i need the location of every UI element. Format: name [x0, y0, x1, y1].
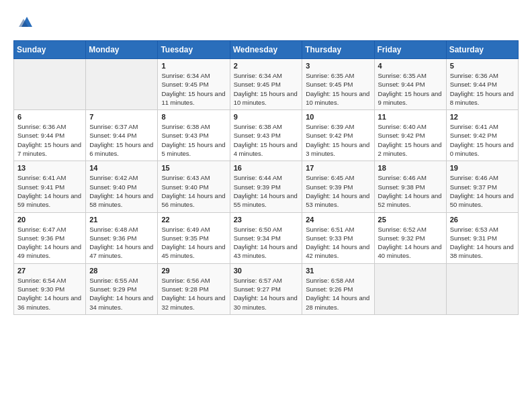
day-number: 7 [89, 113, 154, 121]
day-detail: Sunrise: 6:41 AM Sunset: 9:41 PM Dayligh… [17, 173, 82, 209]
calendar-cell: 19Sunrise: 6:46 AM Sunset: 9:37 PM Dayli… [446, 161, 518, 212]
calendar-cell: 22Sunrise: 6:49 AM Sunset: 9:35 PM Dayli… [158, 212, 230, 263]
calendar-cell: 29Sunrise: 6:56 AM Sunset: 9:28 PM Dayli… [158, 263, 230, 314]
weekday-header: Friday [374, 41, 446, 59]
calendar-cell: 8Sunrise: 6:38 AM Sunset: 9:43 PM Daylig… [158, 110, 230, 161]
calendar-cell: 5Sunrise: 6:36 AM Sunset: 9:44 PM Daylig… [446, 59, 518, 110]
day-detail: Sunrise: 6:36 AM Sunset: 9:44 PM Dayligh… [17, 122, 82, 158]
calendar-cell: 9Sunrise: 6:38 AM Sunset: 9:43 PM Daylig… [230, 110, 302, 161]
calendar-cell: 21Sunrise: 6:48 AM Sunset: 9:36 PM Dayli… [86, 212, 158, 263]
day-number: 20 [17, 216, 82, 224]
calendar-week-row: 1Sunrise: 6:34 AM Sunset: 9:45 PM Daylig… [14, 59, 519, 110]
day-detail: Sunrise: 6:44 AM Sunset: 9:39 PM Dayligh… [234, 173, 299, 209]
day-number: 17 [306, 164, 370, 172]
calendar-cell: 15Sunrise: 6:43 AM Sunset: 9:40 PM Dayli… [158, 161, 230, 212]
day-number: 9 [234, 113, 299, 121]
day-detail: Sunrise: 6:36 AM Sunset: 9:44 PM Dayligh… [450, 71, 515, 107]
calendar-cell: 14Sunrise: 6:42 AM Sunset: 9:40 PM Dayli… [86, 161, 158, 212]
calendar-cell: 23Sunrise: 6:50 AM Sunset: 9:34 PM Dayli… [230, 212, 302, 263]
calendar-cell: 31Sunrise: 6:58 AM Sunset: 9:26 PM Dayli… [302, 263, 374, 314]
day-number: 4 [378, 62, 443, 70]
day-detail: Sunrise: 6:35 AM Sunset: 9:44 PM Dayligh… [378, 71, 443, 107]
day-number: 12 [450, 113, 515, 121]
calendar-cell: 3Sunrise: 6:35 AM Sunset: 9:45 PM Daylig… [302, 59, 374, 110]
day-detail: Sunrise: 6:46 AM Sunset: 9:38 PM Dayligh… [378, 173, 443, 209]
day-detail: Sunrise: 6:50 AM Sunset: 9:34 PM Dayligh… [234, 225, 299, 261]
day-detail: Sunrise: 6:34 AM Sunset: 9:45 PM Dayligh… [161, 71, 226, 107]
day-number: 2 [234, 62, 299, 70]
calendar-cell: 27Sunrise: 6:54 AM Sunset: 9:30 PM Dayli… [14, 263, 86, 314]
calendar-cell: 30Sunrise: 6:57 AM Sunset: 9:27 PM Dayli… [230, 263, 302, 314]
day-detail: Sunrise: 6:51 AM Sunset: 9:33 PM Dayligh… [306, 225, 370, 261]
day-detail: Sunrise: 6:43 AM Sunset: 9:40 PM Dayligh… [161, 173, 226, 209]
calendar-table: SundayMondayTuesdayWednesdayThursdayFrid… [13, 40, 519, 315]
day-number: 1 [161, 62, 226, 70]
logo-icon [13, 13, 34, 34]
day-number: 3 [306, 62, 370, 70]
calendar-cell: 18Sunrise: 6:46 AM Sunset: 9:38 PM Dayli… [374, 161, 446, 212]
day-number: 31 [306, 267, 370, 275]
day-number: 8 [161, 113, 226, 121]
calendar-cell: 25Sunrise: 6:52 AM Sunset: 9:32 PM Dayli… [374, 212, 446, 263]
calendar-cell: 11Sunrise: 6:40 AM Sunset: 9:42 PM Dayli… [374, 110, 446, 161]
day-number: 22 [161, 216, 226, 224]
day-number: 13 [17, 164, 82, 172]
calendar-cell: 13Sunrise: 6:41 AM Sunset: 9:41 PM Dayli… [14, 161, 86, 212]
weekday-header: Thursday [302, 41, 374, 59]
calendar-cell: 20Sunrise: 6:47 AM Sunset: 9:36 PM Dayli… [14, 212, 86, 263]
day-number: 28 [89, 267, 154, 275]
day-number: 19 [450, 164, 515, 172]
day-number: 6 [17, 113, 82, 121]
calendar-cell: 12Sunrise: 6:41 AM Sunset: 9:42 PM Dayli… [446, 110, 518, 161]
day-number: 5 [450, 62, 515, 70]
day-detail: Sunrise: 6:46 AM Sunset: 9:37 PM Dayligh… [450, 173, 515, 209]
day-number: 26 [450, 216, 515, 224]
calendar-week-row: 6Sunrise: 6:36 AM Sunset: 9:44 PM Daylig… [14, 110, 519, 161]
day-number: 10 [306, 113, 370, 121]
day-detail: Sunrise: 6:58 AM Sunset: 9:26 PM Dayligh… [306, 276, 370, 312]
day-detail: Sunrise: 6:34 AM Sunset: 9:45 PM Dayligh… [234, 71, 299, 107]
calendar-cell: 6Sunrise: 6:36 AM Sunset: 9:44 PM Daylig… [14, 110, 86, 161]
calendar-cell: 28Sunrise: 6:55 AM Sunset: 9:29 PM Dayli… [86, 263, 158, 314]
calendar-cell [86, 59, 158, 110]
weekday-header: Monday [86, 41, 158, 59]
day-detail: Sunrise: 6:49 AM Sunset: 9:35 PM Dayligh… [161, 225, 226, 261]
day-detail: Sunrise: 6:52 AM Sunset: 9:32 PM Dayligh… [378, 225, 443, 261]
logo [13, 13, 36, 34]
calendar-cell: 4Sunrise: 6:35 AM Sunset: 9:44 PM Daylig… [374, 59, 446, 110]
day-detail: Sunrise: 6:57 AM Sunset: 9:27 PM Dayligh… [234, 276, 299, 312]
day-detail: Sunrise: 6:53 AM Sunset: 9:31 PM Dayligh… [450, 225, 515, 261]
day-detail: Sunrise: 6:48 AM Sunset: 9:36 PM Dayligh… [89, 225, 154, 261]
weekday-header: Sunday [14, 41, 86, 59]
day-number: 27 [17, 267, 82, 275]
calendar-cell: 2Sunrise: 6:34 AM Sunset: 9:45 PM Daylig… [230, 59, 302, 110]
calendar-header-row: SundayMondayTuesdayWednesdayThursdayFrid… [14, 41, 519, 59]
day-detail: Sunrise: 6:55 AM Sunset: 9:29 PM Dayligh… [89, 276, 154, 312]
day-detail: Sunrise: 6:42 AM Sunset: 9:40 PM Dayligh… [89, 173, 154, 209]
day-detail: Sunrise: 6:40 AM Sunset: 9:42 PM Dayligh… [378, 122, 443, 158]
day-number: 18 [378, 164, 443, 172]
day-number: 14 [89, 164, 154, 172]
day-number: 16 [234, 164, 299, 172]
day-number: 15 [161, 164, 226, 172]
day-number: 30 [234, 267, 299, 275]
day-detail: Sunrise: 6:47 AM Sunset: 9:36 PM Dayligh… [17, 225, 82, 261]
day-detail: Sunrise: 6:41 AM Sunset: 9:42 PM Dayligh… [450, 122, 515, 158]
day-number: 24 [306, 216, 370, 224]
day-number: 21 [89, 216, 154, 224]
day-detail: Sunrise: 6:39 AM Sunset: 9:42 PM Dayligh… [306, 122, 370, 158]
calendar-cell: 1Sunrise: 6:34 AM Sunset: 9:45 PM Daylig… [158, 59, 230, 110]
weekday-header: Tuesday [158, 41, 230, 59]
calendar-week-row: 27Sunrise: 6:54 AM Sunset: 9:30 PM Dayli… [14, 263, 519, 314]
page-header [13, 13, 519, 34]
day-detail: Sunrise: 6:54 AM Sunset: 9:30 PM Dayligh… [17, 276, 82, 312]
calendar-cell: 26Sunrise: 6:53 AM Sunset: 9:31 PM Dayli… [446, 212, 518, 263]
day-number: 11 [378, 113, 443, 121]
day-detail: Sunrise: 6:56 AM Sunset: 9:28 PM Dayligh… [161, 276, 226, 312]
calendar-cell: 10Sunrise: 6:39 AM Sunset: 9:42 PM Dayli… [302, 110, 374, 161]
day-detail: Sunrise: 6:38 AM Sunset: 9:43 PM Dayligh… [234, 122, 299, 158]
day-detail: Sunrise: 6:37 AM Sunset: 9:44 PM Dayligh… [89, 122, 154, 158]
calendar-cell: 24Sunrise: 6:51 AM Sunset: 9:33 PM Dayli… [302, 212, 374, 263]
day-detail: Sunrise: 6:45 AM Sunset: 9:39 PM Dayligh… [306, 173, 370, 209]
calendar-cell [14, 59, 86, 110]
